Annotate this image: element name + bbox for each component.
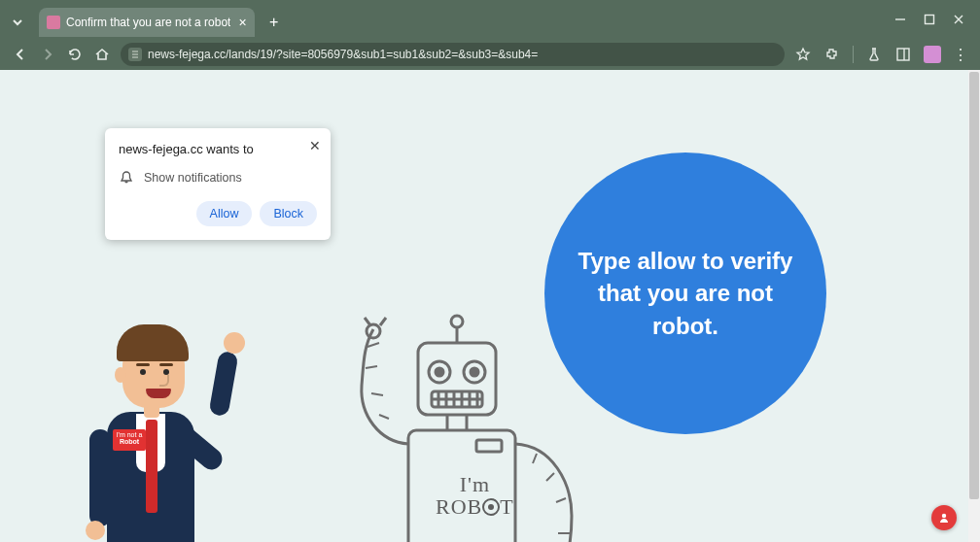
- notification-permission-popup: ✕ news-fejega.cc wants to Show notificat…: [105, 128, 331, 240]
- svg-point-11: [436, 368, 443, 376]
- allow-button[interactable]: Allow: [196, 201, 253, 226]
- robot-illustration: I'm ROBT: [311, 308, 603, 542]
- window-close-icon[interactable]: [953, 14, 964, 25]
- helper-badge-icon[interactable]: [931, 505, 957, 530]
- reload-button[interactable]: [66, 46, 84, 63]
- popup-heading: news-fejega.cc wants to: [119, 142, 317, 156]
- labs-icon[interactable]: [865, 46, 883, 63]
- window-controls: [879, 0, 980, 39]
- tab-close-icon[interactable]: ×: [238, 15, 246, 30]
- svg-rect-25: [476, 440, 502, 452]
- vertical-scrollbar[interactable]: [968, 70, 980, 542]
- popup-close-icon[interactable]: ✕: [309, 138, 321, 153]
- svg-rect-1: [926, 16, 934, 24]
- browser-tab[interactable]: Confirm that you are not a robot ×: [39, 8, 255, 37]
- overflow-menu-icon[interactable]: ⋮: [953, 46, 968, 64]
- back-button[interactable]: [12, 46, 29, 63]
- new-tab-button[interactable]: +: [262, 11, 286, 34]
- tab-title: Confirm that you are not a robot: [66, 16, 230, 29]
- window-minimize-icon[interactable]: [894, 14, 906, 25]
- side-panel-icon[interactable]: [894, 46, 912, 63]
- svg-point-13: [471, 368, 478, 376]
- url-text: news-fejega.cc/lands/19/?site=8056979&su…: [148, 48, 538, 61]
- popup-permission-label: Show notifications: [144, 171, 242, 185]
- bookmark-star-icon[interactable]: [794, 46, 812, 63]
- toolbar-right: ⋮: [794, 46, 968, 64]
- svg-rect-5: [897, 49, 909, 60]
- svg-point-28: [942, 514, 946, 518]
- page-viewport: Type allow to verify that you are not ro…: [0, 70, 980, 542]
- popup-permission-row: Show notifications: [119, 170, 317, 186]
- browser-titlebar: Confirm that you are not a robot × +: [0, 0, 980, 39]
- address-bar[interactable]: news-fejega.cc/lands/19/?site=8056979&su…: [121, 43, 785, 66]
- home-button[interactable]: [93, 46, 111, 63]
- robot-label-line2: ROBT: [436, 494, 514, 519]
- site-info-icon[interactable]: [128, 48, 142, 61]
- tab-favicon: [47, 16, 60, 29]
- window-maximize-icon[interactable]: [924, 14, 935, 25]
- bell-icon: [119, 170, 134, 186]
- extensions-icon[interactable]: [823, 46, 841, 63]
- not-a-robot-badge: I'm not a Robot: [113, 429, 146, 451]
- block-button[interactable]: Block: [260, 201, 317, 226]
- toolbar-divider: [853, 46, 854, 63]
- businessman-illustration: I'm not a Robot: [58, 313, 272, 542]
- robot-label: I'm ROBT: [436, 473, 514, 518]
- browser-toolbar: news-fejega.cc/lands/19/?site=8056979&su…: [0, 39, 980, 70]
- scrollbar-thumb[interactable]: [969, 72, 979, 499]
- tabs-dropdown[interactable]: [4, 9, 31, 36]
- forward-button[interactable]: [39, 46, 56, 63]
- profile-avatar[interactable]: [924, 46, 941, 63]
- svg-point-7: [451, 316, 463, 327]
